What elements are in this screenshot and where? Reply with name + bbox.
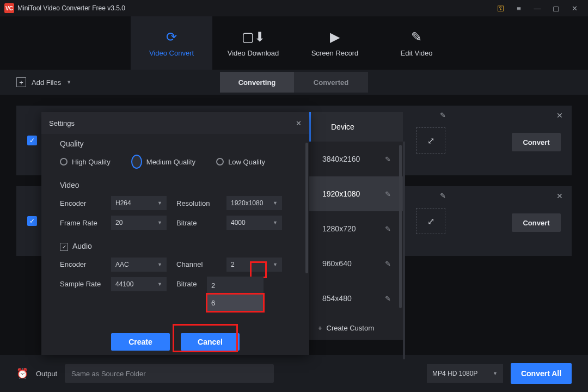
plus-icon: + <box>318 324 322 332</box>
output-folder-select[interactable]: Same as Source Folder <box>65 364 274 383</box>
resolution-option[interactable]: 3840x2160✎ <box>309 142 403 176</box>
menu-icon[interactable]: ≡ <box>510 0 528 16</box>
tab-screen-record[interactable]: ▶ Screen Record <box>294 16 376 70</box>
modal-header: Settings ✕ <box>41 112 309 134</box>
maximize-icon[interactable]: ▢ <box>547 0 565 16</box>
cancel-button[interactable]: Cancel <box>181 333 240 351</box>
app-title: MiniTool Video Converter Free v3.5.0 <box>17 4 491 12</box>
audio-encoder-select[interactable]: AAC▼ <box>111 258 167 272</box>
output-label: Output <box>36 370 57 378</box>
quality-section-title: Quality <box>60 139 291 148</box>
radio-icon <box>131 155 142 169</box>
convert-button[interactable]: Convert <box>512 213 561 232</box>
close-icon[interactable]: ✕ <box>296 119 302 127</box>
device-tab[interactable]: Device <box>309 112 403 142</box>
caret-down-icon: ▼ <box>273 200 278 206</box>
caret-down-icon: ▼ <box>273 262 278 267</box>
radio-low-quality[interactable]: Low Quality <box>216 155 265 169</box>
tab-video-download[interactable]: ▢⬇ Video Download <box>212 16 294 70</box>
format-value: MP4 HD 1080P <box>432 370 477 377</box>
caret-down-icon: ▼ <box>157 281 162 287</box>
edit-icon[interactable]: ✎ <box>385 295 391 303</box>
resolution-option[interactable]: 960x640✎ <box>309 246 403 281</box>
resolution-option[interactable]: 1920x1080✎ <box>309 176 403 211</box>
caret-down-icon: ▼ <box>66 79 71 85</box>
record-icon: ▶ <box>330 29 340 45</box>
scrollbar[interactable] <box>305 143 308 273</box>
channel-dropdown: 2 6 <box>207 277 264 311</box>
video-encoder-select[interactable]: H264▼ <box>111 196 167 210</box>
scrollbar[interactable] <box>399 145 402 308</box>
video-framerate-select[interactable]: 20▼ <box>111 216 167 230</box>
radio-icon <box>60 158 68 166</box>
edit-icon[interactable]: ✎ <box>385 260 391 268</box>
caret-down-icon: ▼ <box>157 200 162 206</box>
radio-icon <box>216 158 224 166</box>
toolbar: + Add Files ▼ Converting Converted <box>0 70 588 95</box>
caret-down-icon: ▼ <box>157 220 162 225</box>
caret-down-icon: ▼ <box>493 371 498 376</box>
edit-icon[interactable]: ✎ <box>440 111 446 119</box>
settings-modal: Settings ✕ Quality High Quality Medium Q… <box>41 112 309 355</box>
app-logo: VC <box>4 3 14 13</box>
video-section-title: Video <box>60 181 291 189</box>
plus-icon: + <box>16 77 26 87</box>
edit-icon[interactable]: ✎ <box>385 155 391 163</box>
resolution-panel: Device 3840x2160✎ 1920x1080✎ 1280x720✎ 9… <box>309 112 403 340</box>
format-select[interactable]: MP4 HD 1080P ▼ <box>427 364 503 383</box>
tab-video-convert[interactable]: ⟳ Video Convert <box>131 16 212 70</box>
video-form: Encoder H264▼ Resolution 1920x1080▼ Fram… <box>60 196 291 230</box>
file-checkbox[interactable]: ✓ <box>27 216 37 226</box>
channel-option[interactable]: 2 <box>207 277 264 294</box>
resolution-option[interactable]: 854x480✎ <box>309 281 403 316</box>
quality-radio-group: High Quality Medium Quality Low Quality <box>60 155 291 169</box>
add-files-button[interactable]: + Add Files ▼ <box>16 77 71 87</box>
status-segment: Converting Converted <box>220 72 368 93</box>
edit-icon[interactable]: ✎ <box>440 192 446 200</box>
video-bitrate-select[interactable]: 4000▼ <box>226 216 282 230</box>
main-nav: ⟳ Video Convert ▢⬇ Video Download ▶ Scre… <box>0 16 588 70</box>
highlight-box <box>250 261 267 278</box>
edit-icon[interactable]: ✎ <box>385 225 391 233</box>
tab-label: Video Download <box>228 49 279 57</box>
key-icon[interactable]: ⚿ <box>491 0 510 16</box>
radio-high-quality[interactable]: High Quality <box>60 155 111 169</box>
resolution-option[interactable]: 1280x720✎ <box>309 211 403 246</box>
resolution-label: Resolution <box>176 199 217 207</box>
close-icon[interactable]: ✕ <box>556 111 563 120</box>
output-folder-value: Same as Source Folder <box>71 370 146 378</box>
framerate-label: Frame Rate <box>60 219 101 227</box>
audio-section-title: ✓Audio <box>60 242 291 251</box>
modal-footer: Create Cancel <box>41 329 309 355</box>
modal-body: Quality High Quality Medium Quality Low … <box>41 134 309 329</box>
create-button[interactable]: Create <box>111 333 170 351</box>
encoder-label: Encoder <box>60 199 101 207</box>
tab-label: Screen Record <box>311 49 359 57</box>
bottom-bar: ⏰ Output Same as Source Folder MP4 HD 10… <box>0 355 588 392</box>
edit-icon[interactable]: ✎ <box>385 190 391 198</box>
tab-label: Video Convert <box>149 49 194 57</box>
close-icon[interactable]: ✕ <box>556 192 563 200</box>
audio-samplerate-select[interactable]: 44100▼ <box>111 277 167 291</box>
output-preview[interactable]: ⤢ <box>416 127 445 154</box>
convert-all-button[interactable]: Convert All <box>511 363 572 384</box>
edit-icon: ✎ <box>411 29 422 45</box>
refresh-icon: ⟳ <box>166 29 177 45</box>
file-checkbox[interactable]: ✓ <box>27 136 37 145</box>
audio-checkbox[interactable]: ✓ <box>60 243 68 251</box>
modal-title: Settings <box>49 119 75 127</box>
channel-option[interactable]: 6 <box>207 294 264 311</box>
convert-button[interactable]: Convert <box>512 133 561 151</box>
tab-converted[interactable]: Converted <box>294 72 368 93</box>
create-custom-button[interactable]: +Create Custom <box>309 316 403 340</box>
close-icon[interactable]: ✕ <box>565 0 584 16</box>
download-icon: ▢⬇ <box>242 29 265 45</box>
tab-edit-video[interactable]: ✎ Edit Video <box>376 16 457 70</box>
radio-medium-quality[interactable]: Medium Quality <box>131 155 195 169</box>
video-resolution-select[interactable]: 1920x1080▼ <box>226 196 282 210</box>
output-preview[interactable]: ⤢ <box>416 208 445 234</box>
minimize-icon[interactable]: — <box>528 0 547 16</box>
clock-icon[interactable]: ⏰ <box>16 367 28 379</box>
tab-converting[interactable]: Converting <box>220 72 294 93</box>
encoder-label: Encoder <box>60 260 101 268</box>
